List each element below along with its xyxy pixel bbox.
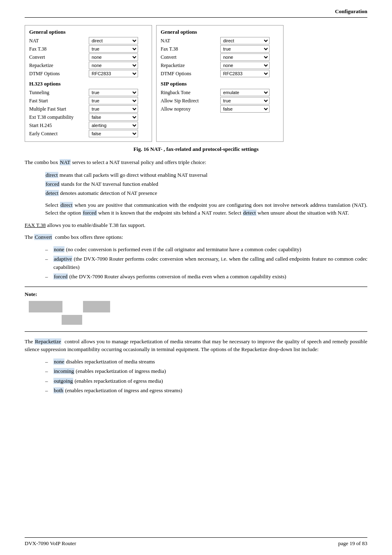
convert-options-list: – none (no codec conversion is performed… <box>45 245 367 281</box>
repacketize-option-incoming: – incoming (enables repacketization of i… <box>45 367 367 375</box>
note-gray-box-2 <box>83 301 110 312</box>
note-label: Note: <box>25 291 367 298</box>
left-row-extt38: Ext T.38 compatibility false <box>29 113 148 121</box>
left-faststart-select[interactable]: true <box>89 97 138 104</box>
page-header: Configuration <box>25 8 367 18</box>
left-convert-select[interactable]: none <box>89 53 138 61</box>
left-row-repacketize: Repacketize none <box>29 62 148 69</box>
fig-caption: Fig. 16 NAT- , fax-related and protocol-… <box>25 146 367 153</box>
note-boxes-row1 <box>29 301 367 312</box>
left-tunneling-select[interactable]: true <box>89 89 138 96</box>
right-row-ringback: Ringback Tone emulate <box>161 89 279 96</box>
left-row-starth245: Start H.245 alerting <box>29 122 148 129</box>
note-section: Note: <box>25 287 367 332</box>
right-repacketize-select[interactable]: none <box>220 62 270 69</box>
right-convert-select[interactable]: none <box>220 53 270 61</box>
repacketize-options-list: – none disables repacketization of media… <box>45 358 367 395</box>
left-row-tunneling: Tunneling true <box>29 89 148 96</box>
left-config-box: General options NAT direct Fax T.38 true… <box>25 25 152 142</box>
right-dtmf-select[interactable]: RFC2833 <box>220 70 270 77</box>
left-repacketize-select[interactable]: none <box>89 62 138 69</box>
left-earlyconnect-select[interactable]: false <box>89 130 138 137</box>
right-row-nat: NAT direct <box>161 37 279 44</box>
direct-highlight: direct <box>45 172 58 178</box>
convert-highlight: Convert <box>34 234 52 240</box>
convert-intro-para: The Convert combo box offers three optio… <box>25 233 367 241</box>
right-noproxy-select[interactable]: false <box>220 105 270 113</box>
repacketize-option-both: – both (enables repacketization of ingre… <box>45 386 367 395</box>
footer-right: page 19 of 83 <box>338 540 367 547</box>
left-row-earlyconnect: Early Connect false <box>29 130 148 137</box>
left-row-nat: NAT direct <box>29 37 148 44</box>
left-row-convert: Convert none <box>29 53 148 61</box>
figures-row: General options NAT direct Fax T.38 true… <box>25 25 367 142</box>
note-boxes-row2 <box>62 315 367 325</box>
forced-highlight: forced <box>45 181 60 187</box>
left-fax-select[interactable]: true <box>89 45 138 53</box>
left-nat-select[interactable]: direct <box>89 37 138 44</box>
right-config-box: General options NAT direct Fax T.38 true… <box>156 25 284 142</box>
repacketize-option-outgoing: – outgoing (enables repacketization of e… <box>45 377 367 385</box>
left-multifaststart-select[interactable]: true <box>89 105 138 113</box>
left-h323-title: H.323 options <box>29 81 148 87</box>
right-sip-title: SIP options <box>161 81 279 87</box>
left-row-multifaststart: Multiple Fast Start true <box>29 105 148 113</box>
left-row-fax: Fax T.38 true <box>29 45 148 53</box>
left-box-title: General options <box>29 29 148 35</box>
nat-intro-para: The combo box NAT serves to select a NAT… <box>25 158 367 166</box>
right-row-dtmf: DTMF Options RFC2833 <box>161 70 279 77</box>
right-sipredirect-select[interactable]: true <box>220 97 270 104</box>
footer-left: DVX-7090 VoIP Router <box>25 540 76 547</box>
fax-para: FAX T.38 allows you to enable/disable T.… <box>25 221 367 229</box>
right-row-sipredirect: Allow Sip Redirect true <box>161 97 279 104</box>
left-extt38-select[interactable]: false <box>89 113 138 121</box>
right-row-repacketize: Repacketize none <box>161 62 279 69</box>
left-dtmf-select[interactable]: RFC2833 <box>89 70 138 77</box>
repacketize-highlight: Repacketize <box>35 338 62 345</box>
repacketize-option-none: – none disables repacketization of media… <box>45 358 367 366</box>
page-footer: DVX-7090 VoIP Router page 19 of 83 <box>25 537 367 547</box>
fax-underline: FAX T.38 <box>25 222 46 228</box>
right-ringback-select[interactable]: emulate <box>220 89 270 96</box>
left-row-faststart: Fast Start true <box>29 97 148 104</box>
right-nat-select[interactable]: direct <box>220 37 270 44</box>
detect-highlight: detect <box>45 190 59 196</box>
note-gray-box-1 <box>29 301 62 312</box>
right-row-fax: Fax T.38 true <box>161 45 279 53</box>
convert-option-none: – none (no codec conversion is performed… <box>45 245 367 254</box>
left-starth245-select[interactable]: alerting <box>89 122 138 129</box>
right-row-convert: Convert none <box>161 53 279 61</box>
right-row-noproxy: Allow noproxy false <box>161 105 279 113</box>
page: Configuration General options NAT direct… <box>0 0 392 555</box>
nat-detail-para: Select direct when you are positive that… <box>45 201 367 217</box>
nat-options: direct means that call packets will go d… <box>45 171 367 198</box>
right-box-title: General options <box>161 29 279 35</box>
nat-highlight: NAT <box>60 159 71 165</box>
header-title: Configuration <box>335 8 367 14</box>
right-fax-select[interactable]: true <box>220 45 270 53</box>
convert-option-adaptive: – adaptive (the DVX-7090 Router performs… <box>45 255 367 271</box>
and-word: and <box>141 387 148 393</box>
left-row-dtmf: DTMF Options RFC2833 <box>29 70 148 77</box>
convert-option-forced: – forced (the DVX-7090 Router always per… <box>45 273 367 281</box>
repacketize-para: The Repacketize control allows you to ma… <box>25 338 367 354</box>
note-gray-box-3 <box>62 315 82 325</box>
